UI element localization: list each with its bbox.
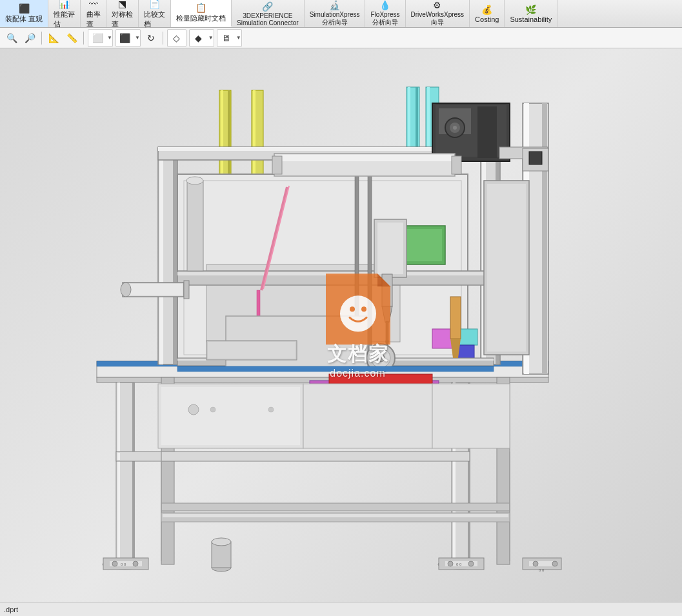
- svg-rect-84: [377, 223, 403, 274]
- svg-text:0  0: 0 0: [121, 562, 126, 566]
- menu-simxpress[interactable]: 🔬 SimulationXpress分析向导: [305, 0, 366, 27]
- svg-rect-121: [163, 514, 508, 517]
- view-dropdown-group[interactable]: ⬜ ▼: [88, 29, 113, 47]
- svg-point-114: [210, 407, 216, 412]
- display-btn[interactable]: 🖥: [218, 30, 235, 46]
- search-btn-1[interactable]: 🔍: [3, 30, 20, 46]
- svg-rect-107: [529, 152, 542, 164]
- curve-icon: 〰: [89, 0, 98, 9]
- rotate-btn[interactable]: ⬛: [117, 30, 134, 46]
- menu-driveworks-label: DriveWorksXpress向导: [411, 11, 465, 27]
- shading-btn[interactable]: ◆: [190, 30, 207, 46]
- menu-simxpress-label: SimulationXpress分析向导: [310, 11, 360, 27]
- watermark-overlay: 文档家 docjia.com: [316, 267, 400, 379]
- filter-btn[interactable]: ◇: [168, 30, 185, 46]
- shading-dropdown-group[interactable]: ◆ ▼: [189, 29, 214, 47]
- svg-point-23: [448, 561, 453, 566]
- watermark-subtext: docjia.com: [327, 368, 389, 379]
- view-dropdown-arrow[interactable]: ▼: [107, 35, 112, 41]
- menu-symmetric[interactable]: ⬔ 对称检查: [106, 0, 139, 27]
- svg-point-17: [112, 561, 117, 566]
- menu-assembly-label: 装配体 直观: [5, 14, 43, 24]
- menu-performance[interactable]: 📊 性能评估: [48, 0, 81, 27]
- svg-rect-33: [173, 148, 177, 364]
- menu-sustainability[interactable]: 🌿 Sustainability: [505, 0, 557, 27]
- menu-curve-label: 曲率查: [86, 10, 101, 29]
- svg-rect-102: [452, 156, 461, 174]
- svg-rect-12: [117, 453, 120, 460]
- menu-compare[interactable]: 📄 比较文档: [139, 0, 171, 27]
- svg-point-110: [212, 538, 231, 546]
- svg-rect-11: [116, 452, 470, 461]
- hidden-doc-icon: 📋: [196, 3, 206, 13]
- svg-point-98: [186, 177, 203, 184]
- status-text: .dprt: [4, 606, 18, 613]
- display-dropdown-arrow[interactable]: ▼: [236, 35, 241, 41]
- toolbar-separator-2: [83, 32, 84, 45]
- second-toolbar: 🔍 🔎 📐 📏 ⬜ ▼ ⬛ ▼ ↻ ◇ ◆ ▼ 🖥 ▼: [0, 28, 682, 48]
- svg-rect-66: [124, 284, 183, 295]
- measure-btn[interactable]: 📐: [45, 30, 62, 46]
- menu-symmetric-label: 对称检查: [112, 10, 133, 29]
- svg-rect-116: [303, 384, 432, 448]
- menu-sustainability-label: Sustainability: [510, 15, 552, 23]
- 3d-viewport[interactable]: 0 0 0 0 0 0: [0, 48, 682, 610]
- svg-point-29: [552, 561, 557, 566]
- svg-point-124: [340, 295, 376, 332]
- rotate-dropdown-arrow[interactable]: ▼: [135, 35, 140, 41]
- sustainability-icon: 🌿: [525, 5, 536, 15]
- performance-icon: 📊: [59, 0, 70, 9]
- svg-text:0  0: 0 0: [456, 562, 462, 566]
- menu-hidden-doc-label: 检量隐藏时文档: [176, 14, 226, 23]
- menu-driveworks[interactable]: ⚙ DriveWorksXpress向导: [406, 0, 470, 27]
- svg-rect-100: [276, 155, 454, 161]
- symmetric-icon: ⬔: [118, 0, 126, 9]
- svg-point-28: [533, 561, 538, 566]
- menu-assembly[interactable]: ⬛ 装配体 直观: [0, 0, 48, 27]
- arrow-btn[interactable]: ↻: [143, 30, 159, 46]
- 3dexp-icon: 🔗: [262, 1, 273, 12]
- search-btn-2[interactable]: 🔎: [21, 30, 38, 46]
- svg-rect-96: [208, 342, 296, 359]
- filter-dropdown-group[interactable]: ◇: [167, 29, 186, 47]
- compare-icon: 📄: [149, 0, 160, 9]
- svg-point-24: [468, 561, 474, 566]
- rotate-dropdown-group[interactable]: ⬛ ▼: [115, 29, 141, 47]
- shading-dropdown-arrow[interactable]: ▼: [208, 35, 214, 41]
- view-cube-btn[interactable]: ⬜: [89, 30, 106, 46]
- watermark-icon: [316, 267, 400, 351]
- menu-floxpress-label: FloXpress分析向导: [370, 11, 399, 27]
- svg-text:0  0: 0 0: [539, 568, 545, 572]
- menu-costing[interactable]: 💰 Costing: [470, 0, 505, 27]
- menu-floxpress[interactable]: 💧 FloXpress分析向导: [365, 0, 405, 27]
- simxpress-icon: 🔬: [329, 0, 340, 10]
- svg-rect-93: [450, 297, 461, 339]
- svg-point-55: [453, 126, 457, 130]
- watermark-text: 文档家: [327, 341, 389, 368]
- display-dropdown-group[interactable]: 🖥 ▼: [217, 29, 242, 47]
- svg-rect-117: [432, 384, 510, 448]
- menu-costing-label: Costing: [475, 15, 499, 23]
- svg-rect-78: [487, 184, 526, 352]
- status-bar: .dprt: [0, 602, 682, 616]
- driveworks-icon: ⚙: [433, 0, 441, 10]
- svg-point-125: [350, 306, 355, 312]
- assembly-icon: ⬛: [19, 3, 30, 14]
- svg-rect-101: [272, 156, 282, 174]
- svg-rect-4: [117, 383, 120, 563]
- menu-hidden-doc[interactable]: 📋 检量隐藏时文档: [171, 0, 232, 27]
- svg-marker-123: [377, 273, 390, 286]
- menu-curve[interactable]: 〰 曲率查: [81, 0, 106, 27]
- svg-rect-5: [132, 383, 135, 563]
- menu-3dexp-label: 3DEXPERIENCESimulation Connector: [237, 12, 299, 26]
- tool-btn-2[interactable]: 📏: [63, 30, 80, 46]
- toolbar-separator-1: [41, 32, 42, 45]
- menu-3dexp[interactable]: 🔗 3DEXPERIENCESimulation Connector: [232, 0, 305, 27]
- floxpress-icon: 💧: [379, 0, 390, 10]
- costing-icon: 💰: [481, 5, 492, 15]
- menu-performance-label: 性能评估: [54, 10, 75, 29]
- top-menu-bar: ⬛ 装配体 直观 📊 性能评估 〰 曲率查 ⬔ 对称检查 📄 比较文档 📋 检量…: [0, 0, 682, 28]
- svg-point-18: [133, 561, 138, 566]
- menu-compare-label: 比较文档: [144, 10, 165, 29]
- svg-rect-97: [187, 181, 203, 271]
